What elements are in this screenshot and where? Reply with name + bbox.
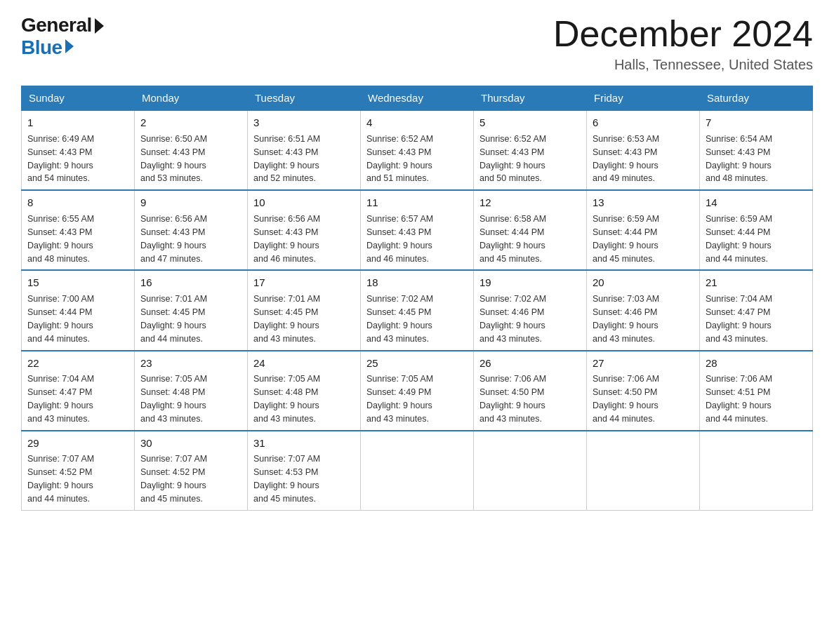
day-number: 18 [366, 275, 468, 290]
day-number: 8 [27, 195, 128, 210]
table-cell: 13 Sunrise: 6:59 AMSunset: 4:44 PMDaylig… [587, 190, 700, 270]
logo-blue-text: Blue [21, 36, 74, 59]
table-cell: 3 Sunrise: 6:51 AMSunset: 4:43 PMDayligh… [248, 110, 361, 190]
table-cell [474, 431, 587, 511]
page-header: General Blue December 2024 Halls, Tennes… [21, 14, 813, 73]
day-number: 12 [479, 195, 581, 210]
day-info: Sunrise: 7:04 AMSunset: 4:47 PMDaylight:… [27, 374, 94, 424]
table-cell: 7 Sunrise: 6:54 AMSunset: 4:43 PMDayligh… [700, 110, 813, 190]
day-info: Sunrise: 6:58 AMSunset: 4:44 PMDaylight:… [479, 214, 546, 264]
day-info: Sunrise: 7:06 AMSunset: 4:50 PMDaylight:… [479, 374, 546, 424]
day-number: 15 [27, 275, 128, 290]
day-info: Sunrise: 6:56 AMSunset: 4:43 PMDaylight:… [140, 214, 207, 264]
table-cell [700, 431, 813, 511]
week-row-2: 8 Sunrise: 6:55 AMSunset: 4:43 PMDayligh… [22, 190, 813, 270]
header-wednesday: Wednesday [361, 86, 474, 111]
day-info: Sunrise: 7:07 AMSunset: 4:52 PMDaylight:… [140, 454, 207, 504]
month-title: December 2024 [553, 14, 813, 54]
day-number: 22 [27, 356, 128, 371]
day-info: Sunrise: 7:07 AMSunset: 4:53 PMDaylight:… [253, 454, 320, 504]
table-cell: 1 Sunrise: 6:49 AMSunset: 4:43 PMDayligh… [22, 110, 135, 190]
day-info: Sunrise: 7:06 AMSunset: 4:51 PMDaylight:… [706, 374, 772, 424]
table-cell: 6 Sunrise: 6:53 AMSunset: 4:43 PMDayligh… [587, 110, 700, 190]
table-cell: 2 Sunrise: 6:50 AMSunset: 4:43 PMDayligh… [135, 110, 248, 190]
day-info: Sunrise: 6:51 AMSunset: 4:43 PMDaylight:… [253, 134, 320, 184]
day-info: Sunrise: 7:05 AMSunset: 4:48 PMDaylight:… [140, 374, 207, 424]
table-cell: 28 Sunrise: 7:06 AMSunset: 4:51 PMDaylig… [700, 351, 813, 431]
day-number: 2 [140, 115, 241, 130]
header-friday: Friday [587, 86, 700, 111]
day-number: 1 [27, 115, 128, 130]
header-monday: Monday [135, 86, 248, 111]
day-number: 20 [593, 275, 694, 290]
day-number: 19 [479, 275, 581, 290]
week-row-3: 15 Sunrise: 7:00 AMSunset: 4:44 PMDaylig… [22, 270, 813, 350]
day-number: 25 [366, 356, 468, 371]
day-number: 9 [140, 195, 241, 210]
day-number: 26 [479, 356, 581, 371]
day-number: 30 [140, 436, 241, 451]
day-info: Sunrise: 7:03 AMSunset: 4:46 PMDaylight:… [593, 294, 659, 344]
week-row-1: 1 Sunrise: 6:49 AMSunset: 4:43 PMDayligh… [22, 110, 813, 190]
table-cell [361, 431, 474, 511]
day-info: Sunrise: 7:06 AMSunset: 4:50 PMDaylight:… [593, 374, 659, 424]
table-cell: 26 Sunrise: 7:06 AMSunset: 4:50 PMDaylig… [474, 351, 587, 431]
day-info: Sunrise: 6:55 AMSunset: 4:43 PMDaylight:… [27, 214, 94, 264]
day-info: Sunrise: 7:02 AMSunset: 4:46 PMDaylight:… [479, 294, 546, 344]
day-number: 11 [366, 195, 468, 210]
table-cell: 14 Sunrise: 6:59 AMSunset: 4:44 PMDaylig… [700, 190, 813, 270]
header-sunday: Sunday [22, 86, 135, 111]
day-number: 17 [253, 275, 355, 290]
week-row-5: 29 Sunrise: 7:07 AMSunset: 4:52 PMDaylig… [22, 431, 813, 511]
calendar-table: Sunday Monday Tuesday Wednesday Thursday… [21, 86, 813, 511]
location-subtitle: Halls, Tennessee, United States [553, 57, 813, 73]
day-number: 10 [253, 195, 355, 210]
table-cell: 23 Sunrise: 7:05 AMSunset: 4:48 PMDaylig… [135, 351, 248, 431]
day-info: Sunrise: 7:02 AMSunset: 4:45 PMDaylight:… [366, 294, 433, 344]
calendar-header-row: Sunday Monday Tuesday Wednesday Thursday… [22, 86, 813, 111]
table-cell: 19 Sunrise: 7:02 AMSunset: 4:46 PMDaylig… [474, 270, 587, 350]
day-info: Sunrise: 6:57 AMSunset: 4:43 PMDaylight:… [366, 214, 433, 264]
day-number: 27 [593, 356, 694, 371]
day-info: Sunrise: 7:05 AMSunset: 4:48 PMDaylight:… [253, 374, 320, 424]
day-number: 5 [479, 115, 581, 130]
table-cell: 17 Sunrise: 7:01 AMSunset: 4:45 PMDaylig… [248, 270, 361, 350]
day-info: Sunrise: 6:54 AMSunset: 4:43 PMDaylight:… [706, 134, 772, 184]
table-cell: 30 Sunrise: 7:07 AMSunset: 4:52 PMDaylig… [135, 431, 248, 511]
table-cell: 22 Sunrise: 7:04 AMSunset: 4:47 PMDaylig… [22, 351, 135, 431]
day-info: Sunrise: 6:53 AMSunset: 4:43 PMDaylight:… [593, 134, 659, 184]
day-info: Sunrise: 7:05 AMSunset: 4:49 PMDaylight:… [366, 374, 433, 424]
day-info: Sunrise: 7:00 AMSunset: 4:44 PMDaylight:… [27, 294, 94, 344]
day-number: 21 [706, 275, 807, 290]
table-cell: 16 Sunrise: 7:01 AMSunset: 4:45 PMDaylig… [135, 270, 248, 350]
table-cell: 31 Sunrise: 7:07 AMSunset: 4:53 PMDaylig… [248, 431, 361, 511]
table-cell: 4 Sunrise: 6:52 AMSunset: 4:43 PMDayligh… [361, 110, 474, 190]
table-cell: 29 Sunrise: 7:07 AMSunset: 4:52 PMDaylig… [22, 431, 135, 511]
table-cell: 24 Sunrise: 7:05 AMSunset: 4:48 PMDaylig… [248, 351, 361, 431]
day-info: Sunrise: 6:50 AMSunset: 4:43 PMDaylight:… [140, 134, 207, 184]
table-cell: 12 Sunrise: 6:58 AMSunset: 4:44 PMDaylig… [474, 190, 587, 270]
table-cell: 20 Sunrise: 7:03 AMSunset: 4:46 PMDaylig… [587, 270, 700, 350]
table-cell [587, 431, 700, 511]
day-number: 16 [140, 275, 241, 290]
day-info: Sunrise: 7:01 AMSunset: 4:45 PMDaylight:… [140, 294, 207, 344]
day-info: Sunrise: 6:59 AMSunset: 4:44 PMDaylight:… [706, 214, 772, 264]
table-cell: 10 Sunrise: 6:56 AMSunset: 4:43 PMDaylig… [248, 190, 361, 270]
table-cell: 9 Sunrise: 6:56 AMSunset: 4:43 PMDayligh… [135, 190, 248, 270]
table-cell: 25 Sunrise: 7:05 AMSunset: 4:49 PMDaylig… [361, 351, 474, 431]
day-info: Sunrise: 7:01 AMSunset: 4:45 PMDaylight:… [253, 294, 320, 344]
logo-arrow-icon [65, 39, 74, 53]
logo-general-text: General [21, 14, 92, 36]
logo: General Blue [21, 14, 104, 59]
header-thursday: Thursday [474, 86, 587, 111]
header-tuesday: Tuesday [248, 86, 361, 111]
day-info: Sunrise: 6:59 AMSunset: 4:44 PMDaylight:… [593, 214, 659, 264]
day-number: 31 [253, 436, 355, 451]
day-info: Sunrise: 6:52 AMSunset: 4:43 PMDaylight:… [366, 134, 433, 184]
day-number: 14 [706, 195, 807, 210]
day-info: Sunrise: 7:07 AMSunset: 4:52 PMDaylight:… [27, 454, 94, 504]
table-cell: 8 Sunrise: 6:55 AMSunset: 4:43 PMDayligh… [22, 190, 135, 270]
day-number: 13 [593, 195, 694, 210]
table-cell: 18 Sunrise: 7:02 AMSunset: 4:45 PMDaylig… [361, 270, 474, 350]
day-number: 7 [706, 115, 807, 130]
